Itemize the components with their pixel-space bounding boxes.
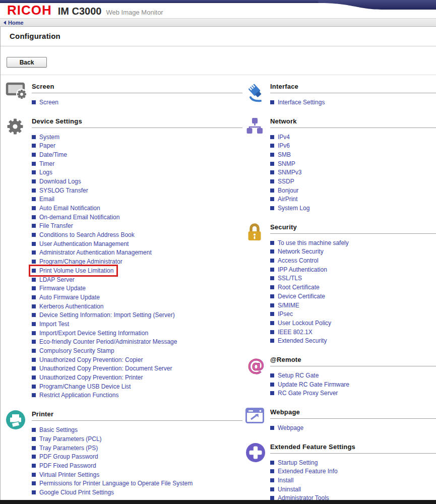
- link-webpage[interactable]: Webpage: [278, 424, 303, 431]
- link-ipsec[interactable]: IPsec: [278, 310, 293, 318]
- list-item: Update RC Gate Firmware: [270, 380, 436, 389]
- link-administrator-authentication-management[interactable]: Administrator Authentication Management: [39, 249, 152, 256]
- link-permissions-for-printer-language-to-operate-file-system[interactable]: Permissions for Printer Language to Oper…: [39, 480, 193, 487]
- list-item: Tray Parameters (PS): [32, 444, 242, 453]
- link-bonjour[interactable]: Bonjour: [278, 187, 298, 194]
- link-pdf-group-password[interactable]: PDF Group Password: [39, 453, 98, 460]
- section-title-extended-feature-settings: Extended Feature Settings: [270, 442, 436, 454]
- link-syslog-transfer[interactable]: SYSLOG Transfer: [39, 187, 88, 194]
- square-bullet-icon: [32, 366, 36, 370]
- link-import-test[interactable]: Import Test: [39, 321, 69, 328]
- list-item: Firmware Update: [32, 284, 242, 293]
- link-interface-settings[interactable]: Interface Settings: [278, 99, 325, 106]
- breadcrumb-home-link[interactable]: Home: [4, 20, 24, 26]
- link-email[interactable]: Email: [39, 196, 54, 203]
- link-snmpv3[interactable]: SNMPv3: [278, 169, 301, 176]
- link-network-security[interactable]: Network Security: [278, 248, 324, 255]
- highlight-red-box: Print Volume Use Limitation: [29, 265, 118, 277]
- link-ipp-authentication[interactable]: IPP Authentication: [278, 266, 327, 273]
- link-restrict-application-functions[interactable]: Restrict Application Functions: [39, 392, 118, 399]
- link-setup-rc-gate[interactable]: Setup RC Gate: [278, 372, 319, 379]
- link-uninstall[interactable]: Uninstall: [278, 486, 301, 493]
- link-device-certificate[interactable]: Device Certificate: [278, 293, 325, 300]
- section-webpage: WebpageWebpage: [242, 407, 436, 432]
- link-user-lockout-policy[interactable]: User Lockout Policy: [278, 320, 331, 327]
- square-bullet-icon: [270, 100, 274, 104]
- link-ssl-tls[interactable]: SSL/TLS: [278, 275, 302, 282]
- link-user-authentication-management[interactable]: User Authentication Management: [39, 240, 129, 247]
- square-bullet-icon: [32, 331, 36, 335]
- link-system-log[interactable]: System Log: [278, 205, 309, 212]
- link-extended-security[interactable]: Extended Security: [278, 337, 327, 344]
- square-bullet-icon: [32, 455, 36, 459]
- section-title-printer: Printer: [32, 409, 242, 421]
- link-print-volume-use-limitation[interactable]: Print Volume Use Limitation: [39, 267, 113, 274]
- list-item: Import Test: [32, 320, 242, 329]
- link-snmp[interactable]: SNMP: [278, 160, 295, 167]
- list-item: Virtual Printer Settings: [32, 470, 242, 479]
- section-links-extended-feature-settings: Startup SettingExtended Feature InfoInst…: [270, 458, 436, 504]
- link-ssdp[interactable]: SSDP: [278, 178, 294, 185]
- section-links-webpage: Webpage: [270, 423, 436, 432]
- link-unauthorized-copy-prevention-printer[interactable]: Unauthorized Copy Prevention: Printer: [39, 374, 143, 381]
- link-ldap-server[interactable]: LDAP Server: [39, 276, 75, 283]
- link-date-time[interactable]: Date/Time: [39, 151, 67, 158]
- link-rc-gate-proxy-server[interactable]: RC Gate Proxy Server: [278, 390, 338, 397]
- link-ipv6[interactable]: IPv6: [278, 142, 290, 149]
- link-pdf-fixed-password[interactable]: PDF Fixed Password: [39, 462, 96, 469]
- link-file-transfer[interactable]: File Transfer: [39, 222, 73, 229]
- link-firmware-update[interactable]: Firmware Update: [39, 285, 86, 292]
- link-ieee-802-1x[interactable]: IEEE 802.1X: [278, 329, 313, 336]
- section-title-interface: Interface: [270, 82, 436, 93]
- link-conditions-to-search-address-book[interactable]: Conditions to Search Address Book: [39, 231, 135, 238]
- link-virtual-printer-settings[interactable]: Virtual Printer Settings: [39, 471, 99, 478]
- section-at-remote: @@RemoteSetup RC GateUpdate RC Gate Firm…: [242, 355, 436, 398]
- link-ipv4[interactable]: IPv4: [278, 134, 290, 141]
- list-item: Extended Security: [270, 336, 436, 345]
- link-compulsory-security-stamp[interactable]: Compulsory Security Stamp: [39, 347, 114, 354]
- link-import-export-device-setting-information[interactable]: Import/Export Device Setting Information: [39, 330, 148, 337]
- section-links-screen: Screen: [32, 98, 242, 107]
- link-download-logs[interactable]: Download Logs: [39, 178, 81, 185]
- link-airprint[interactable]: AirPrint: [278, 196, 297, 203]
- link-extended-feature-info[interactable]: Extended Feature Info: [278, 468, 338, 475]
- section-title-at-remote: @Remote: [270, 355, 436, 366]
- square-bullet-icon: [270, 303, 274, 307]
- link-startup-setting[interactable]: Startup Setting: [278, 459, 318, 466]
- link-s-mime[interactable]: S/MIME: [278, 302, 299, 309]
- link-logs[interactable]: Logs: [39, 169, 52, 176]
- link-unauthorized-copy-prevention-copier[interactable]: Unauthorized Copy Prevention: Copier: [39, 356, 143, 363]
- link-system[interactable]: System: [39, 134, 59, 141]
- list-item: Administrator Authentication Management: [32, 248, 242, 258]
- link-google-cloud-print-settings[interactable]: Google Cloud Print Settings: [39, 489, 114, 496]
- link-tray-parameters-pcl[interactable]: Tray Parameters (PCL): [39, 435, 102, 443]
- back-button[interactable]: Back: [7, 57, 47, 68]
- square-bullet-icon: [32, 322, 36, 326]
- square-bullet-icon: [270, 276, 274, 280]
- link-auto-email-notification[interactable]: Auto Email Notification: [39, 205, 100, 212]
- link-unauthorized-copy-prevention-document-server[interactable]: Unauthorized Copy Prevention: Document S…: [39, 365, 172, 372]
- link-program-change-usb-device-list[interactable]: Program/Change USB Device List: [39, 383, 131, 390]
- link-access-control[interactable]: Access Control: [278, 257, 319, 264]
- link-timer[interactable]: Timer: [39, 160, 54, 167]
- link-tray-parameters-ps[interactable]: Tray Parameters (PS): [39, 445, 98, 452]
- link-paper[interactable]: Paper: [39, 142, 55, 149]
- link-install[interactable]: Install: [278, 477, 293, 484]
- link-kerberos-authentication[interactable]: Kerberos Authentication: [39, 303, 103, 310]
- square-bullet-icon: [270, 179, 274, 183]
- link-screen[interactable]: Screen: [39, 99, 58, 106]
- link-auto-firmware-update[interactable]: Auto Firmware Update: [39, 294, 100, 301]
- link-device-setting-information-import-setting-server[interactable]: Device Setting Information: Import Setti…: [39, 311, 175, 319]
- link-update-rc-gate-firmware[interactable]: Update RC Gate Firmware: [278, 381, 349, 388]
- link-smb[interactable]: SMB: [278, 151, 291, 158]
- section-links-network: IPv4IPv6SMBSNMPSNMPv3SSDPBonjourAirPrint…: [270, 133, 436, 213]
- square-bullet-icon: [32, 295, 36, 299]
- link-eco-friendly-counter-period-administrator-message[interactable]: Eco-friendly Counter Period/Administrato…: [39, 338, 177, 345]
- link-to-use-this-machine-safely[interactable]: To use this machine safely: [278, 239, 349, 246]
- link-root-certificate[interactable]: Root Certificate: [278, 284, 320, 291]
- square-bullet-icon: [32, 100, 36, 104]
- square-bullet-icon: [270, 162, 274, 166]
- link-on-demand-email-notification[interactable]: On-demand Email Notification: [39, 214, 119, 221]
- list-item: Root Certificate: [270, 283, 436, 292]
- link-basic-settings[interactable]: Basic Settings: [39, 426, 78, 433]
